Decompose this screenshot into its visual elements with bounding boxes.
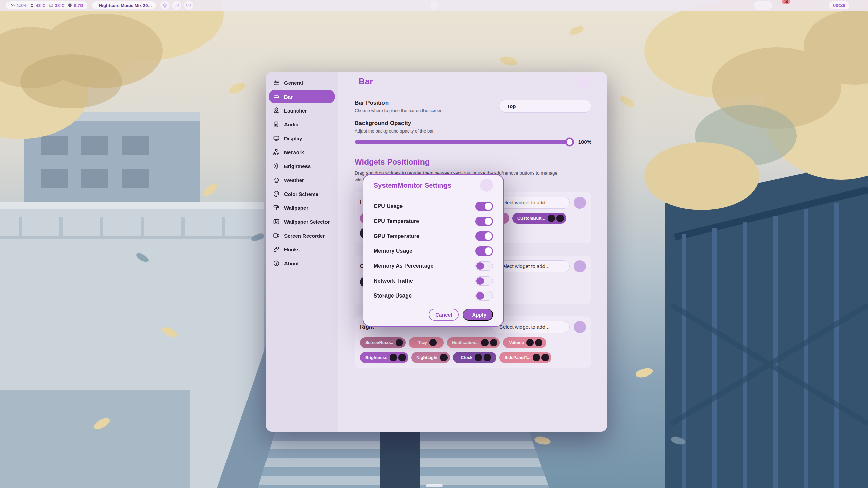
chip-gear-icon[interactable] [390, 354, 397, 361]
widget-chip[interactable]: Notification... [447, 337, 500, 348]
sidebar-item[interactable]: Weather [269, 173, 335, 187]
stat-icon [29, 3, 34, 8]
sidebar-item-label: Screen Recorder [284, 233, 325, 239]
sidebar-item-label: Wallpaper Selector [284, 219, 330, 225]
sidebar-item-icon [273, 93, 280, 100]
topbar-right: 10 00:28 [754, 1, 862, 10]
chip-gear-icon[interactable] [475, 354, 482, 361]
bar-position-description: Choose where to place the bar on the scr… [355, 108, 444, 113]
media-title: Nightcore Music Mix 20... [99, 3, 152, 8]
toggle-switch[interactable] [475, 246, 493, 256]
sidebar-item[interactable]: Hooks [269, 243, 335, 256]
sidebar-item-label: Wallpaper [284, 205, 308, 211]
sidebar-item[interactable]: Screen Recorder [269, 229, 335, 242]
modal-title: SystemMonitor Settings [374, 182, 451, 189]
widget-chip[interactable]: Clock [453, 352, 496, 363]
chip-gear-icon[interactable] [533, 354, 540, 361]
chip-close-icon[interactable] [484, 354, 491, 361]
page-header: Bar [338, 72, 607, 92]
toggle-row: CPU Temperature [374, 214, 493, 229]
media-player-pill[interactable]: Nightcore Music Mix 20... [92, 1, 156, 9]
bar-position-select[interactable]: Top [499, 100, 591, 113]
toggle-switch[interactable] [475, 276, 493, 286]
widget-chip[interactable]: ScreenReco... [360, 337, 406, 348]
apply-button-label: Apply [472, 312, 486, 318]
tray-app-button[interactable] [754, 1, 772, 10]
background-opacity-info: Background Opacity Adjust the background… [355, 120, 435, 134]
sidebar-item-icon [273, 107, 280, 114]
sidebar-item[interactable]: Bar [269, 90, 335, 103]
toggle-switch[interactable] [475, 202, 493, 211]
chip-close-icon[interactable] [429, 339, 437, 346]
bar-position-label: Bar Position [355, 100, 444, 106]
toggle-switch[interactable] [475, 261, 493, 271]
volume-button[interactable] [791, 1, 800, 10]
toggle-knob [485, 232, 492, 240]
sidebar-item-label: Color Scheme [284, 191, 318, 197]
notifications-button[interactable]: 10 [777, 1, 787, 10]
sidebar-item[interactable]: Audio [269, 118, 335, 131]
sidebar-item[interactable]: About [269, 257, 335, 270]
sidebar-item[interactable]: Launcher [269, 104, 335, 117]
cancel-button[interactable]: Cancel [429, 309, 459, 321]
apply-button[interactable]: Apply [463, 309, 493, 321]
modal-close-button[interactable] [480, 179, 493, 192]
stat-icon [67, 3, 72, 8]
toggle-row: CPU Usage [374, 199, 493, 214]
stat: 9.7G [67, 3, 83, 8]
opacity-slider-track[interactable] [355, 140, 570, 144]
widget-chip[interactable]: Volume [503, 337, 546, 348]
toggle-row: Memory As Percentage [374, 259, 493, 273]
group-right-chip-row-1: ScreenReco... Tray Notification... [360, 337, 586, 348]
toggle-switch[interactable] [475, 231, 493, 241]
dock-hint[interactable] [426, 484, 443, 487]
group-left-add-button[interactable] [574, 197, 586, 209]
widget-chip[interactable]: Brightness [360, 352, 408, 363]
widget-chip[interactable]: CustomButt... [512, 213, 566, 224]
chip-close-icon[interactable] [541, 354, 549, 361]
quick-button[interactable] [172, 1, 181, 10]
widgets-positioning-title: Widgets Positioning [355, 158, 591, 167]
toggle-knob [485, 218, 492, 225]
widget-chip[interactable]: SidePanelT... [499, 352, 551, 363]
chip-gear-icon[interactable] [548, 215, 555, 222]
chip-close-icon[interactable] [398, 354, 406, 361]
chip-close-icon[interactable] [535, 339, 542, 346]
sidebar-item[interactable]: Network [269, 145, 335, 159]
sidebar-item[interactable]: General [269, 76, 335, 89]
quick-button[interactable] [160, 1, 169, 10]
group-right-widget-select[interactable]: Select widget to add... [492, 321, 570, 333]
window-close-button[interactable] [578, 75, 591, 88]
bar-position-value: Top [507, 103, 516, 109]
nightlight-button[interactable] [816, 1, 825, 10]
chip-close-icon[interactable] [440, 354, 448, 361]
sidebar-item[interactable]: Brightness [269, 159, 335, 173]
chip-gear-icon[interactable] [481, 339, 489, 346]
workspaces[interactable] [430, 1, 438, 10]
brightness-button[interactable] [804, 1, 812, 10]
widget-chip-label: Brightness [364, 355, 388, 360]
opacity-slider-thumb[interactable] [565, 137, 574, 146]
sidebar-item[interactable]: Color Scheme [269, 187, 335, 201]
chip-gear-icon[interactable] [526, 339, 534, 346]
toggle-switch[interactable] [475, 291, 493, 301]
stat-icon [48, 3, 53, 8]
widget-chip[interactable]: Tray [409, 337, 444, 348]
clock[interactable]: 00:28 [829, 1, 849, 9]
chip-close-icon[interactable] [556, 215, 564, 222]
widget-chip[interactable]: NightLight [411, 352, 450, 363]
widget-chip-label: SidePanelT... [504, 355, 531, 360]
group-center-add-button[interactable] [574, 260, 586, 272]
chip-close-icon[interactable] [396, 339, 403, 346]
chip-close-icon[interactable] [490, 339, 497, 346]
overview-button[interactable] [854, 1, 862, 10]
quick-button-icon [186, 3, 191, 8]
quick-button[interactable] [184, 1, 193, 10]
sidebar-item[interactable]: Wallpaper [269, 201, 335, 215]
group-right-add-button[interactable] [574, 321, 586, 333]
sidebar-item[interactable]: Display [269, 131, 335, 145]
topbar-center [430, 1, 438, 10]
toggle-switch[interactable] [475, 217, 493, 226]
sidebar-item[interactable]: Wallpaper Selector [269, 215, 335, 228]
bar-position-row: Bar Position Choose where to place the b… [355, 100, 591, 113]
